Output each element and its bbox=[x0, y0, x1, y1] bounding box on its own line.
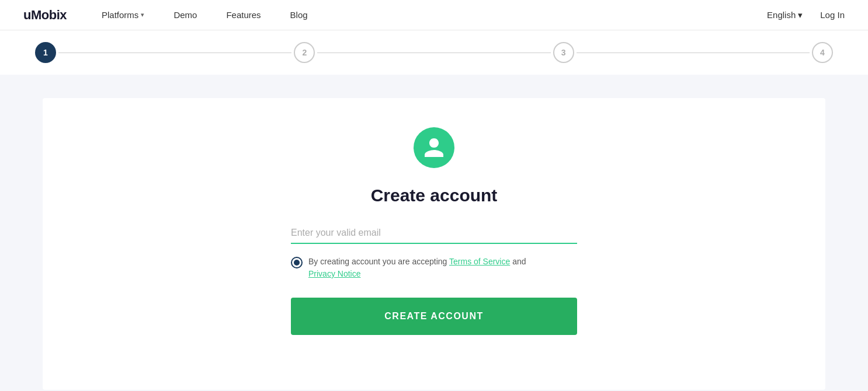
login-link[interactable]: Log In bbox=[820, 10, 845, 20]
terms-radio[interactable] bbox=[291, 257, 303, 268]
user-avatar-icon bbox=[414, 127, 454, 168]
email-input[interactable] bbox=[291, 223, 577, 244]
step-2: 2 bbox=[294, 42, 315, 63]
nav-platforms[interactable]: Platforms ▾ bbox=[102, 10, 144, 20]
step-line-1 bbox=[58, 53, 291, 53]
stepper: 1 2 3 4 bbox=[0, 30, 868, 75]
form-title: Create account bbox=[371, 186, 498, 205]
step-line-2 bbox=[317, 53, 550, 53]
navbar: uMobix Platforms ▾ Demo Features Blog En… bbox=[0, 0, 868, 30]
logo-u: u bbox=[23, 8, 31, 22]
step-3: 3 bbox=[553, 42, 574, 63]
terms-of-service-link[interactable]: Terms of Service bbox=[449, 257, 510, 266]
person-icon bbox=[422, 136, 446, 159]
step-4: 4 bbox=[812, 42, 833, 63]
step-line-3 bbox=[577, 53, 810, 53]
main-content: Create account By creating account you a… bbox=[0, 75, 868, 391]
logo[interactable]: uMobix bbox=[23, 8, 67, 23]
step-1: 1 bbox=[35, 42, 56, 63]
create-account-button[interactable]: CREATE ACCOUNT bbox=[291, 298, 577, 335]
terms-row: By creating account you are accepting Te… bbox=[291, 256, 577, 280]
form-card: Create account By creating account you a… bbox=[43, 98, 825, 390]
chevron-down-icon: ▾ bbox=[141, 11, 144, 19]
language-selector[interactable]: English ▾ bbox=[767, 10, 803, 20]
nav-features[interactable]: Features bbox=[226, 10, 261, 20]
nav-demo[interactable]: Demo bbox=[173, 10, 197, 20]
terms-text: By creating account you are accepting Te… bbox=[308, 256, 526, 280]
nav-links: Platforms ▾ Demo Features Blog bbox=[102, 10, 767, 20]
chevron-down-icon: ▾ bbox=[798, 10, 803, 20]
nav-right: English ▾ Log In bbox=[767, 10, 845, 20]
logo-mobix: Mobix bbox=[31, 8, 67, 22]
nav-blog[interactable]: Blog bbox=[290, 10, 308, 20]
privacy-notice-link[interactable]: Privacy Notice bbox=[308, 269, 360, 278]
